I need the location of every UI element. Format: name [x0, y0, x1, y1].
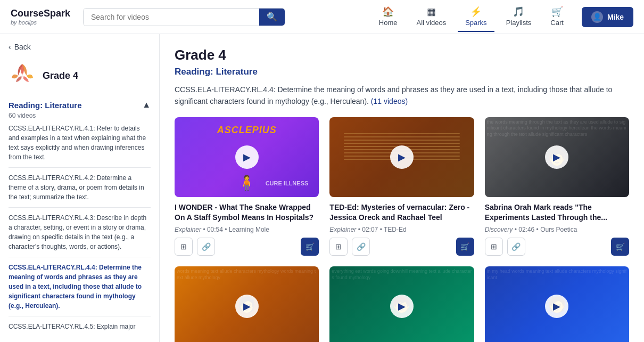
all-videos-icon: ▦	[427, 6, 436, 18]
video-actions: ⊞ 🔗 🛒	[485, 238, 629, 256]
app-byline: by boclips	[11, 19, 75, 26]
user-avatar-icon: 👤	[591, 11, 603, 23]
add-to-cart-button[interactable]: 🛒	[611, 238, 629, 256]
play-button[interactable]: ▶	[235, 295, 259, 318]
video-meta: Explainer • 00:54 • Learning Mole	[175, 226, 319, 233]
user-name: Mike	[607, 13, 624, 21]
video-thumbnail[interactable]: ASCLEPIUS 🧍 CURE ILLNESS ▶	[175, 117, 319, 197]
thumb-figure: 🧍	[237, 174, 256, 192]
add-to-cart-button[interactable]: 🛒	[456, 238, 474, 256]
thumb-subtitle: CURE ILLNESS	[266, 180, 309, 186]
search-input[interactable]	[84, 9, 259, 26]
video-thumbnail[interactable]: the words meaning through the text as th…	[485, 117, 629, 197]
nav-label-all-videos: All videos	[417, 19, 447, 27]
nav-item-sparks[interactable]: ⚡ Sparks	[458, 2, 494, 32]
video-card: in my head words meaning text allude cha…	[485, 266, 629, 342]
add-to-cart-button[interactable]: 🛒	[301, 238, 319, 256]
nav-label-sparks: Sparks	[465, 19, 486, 27]
back-button[interactable]: ‹ Back	[9, 43, 151, 51]
video-title: Sabrina Orah Mark reads "The Experiments…	[485, 202, 629, 223]
playlist-button[interactable]: ⊞	[485, 238, 503, 256]
nav-label-home: Home	[379, 19, 398, 27]
video-card: everything eat words going downhill mean…	[329, 266, 474, 342]
sidebar-section-title: Reading: Literature	[9, 101, 82, 110]
video-actions: ⊞ 🔗 🛒	[175, 238, 319, 256]
back-chevron-icon: ‹	[9, 43, 11, 51]
sidebar-grade: Grade 4	[9, 62, 151, 89]
video-thumbnail[interactable]: everything eat words going downhill mean…	[329, 266, 474, 342]
sidebar-standard-rl4-1[interactable]: CCSS.ELA-LITERACY.RL.4.1: Refer to detai…	[9, 124, 151, 162]
play-button[interactable]: ▶	[545, 145, 568, 169]
main-nav: 🏠 Home ▦ All videos ⚡ Sparks 🎵 Playlists…	[371, 2, 633, 32]
link-button[interactable]: 🔗	[507, 238, 525, 256]
video-actions: ⊞ 🔗 🛒	[329, 238, 474, 256]
section-title: Reading: Literature	[175, 67, 629, 77]
video-count-link[interactable]: (11 videos)	[371, 97, 408, 105]
nav-item-home[interactable]: 🏠 Home	[371, 2, 405, 32]
video-meta: Explainer • 02:07 • TED-Ed	[329, 226, 474, 233]
search-bar: 🔍	[83, 8, 285, 26]
video-thumbnail[interactable]: words meaning text allude characters myt…	[175, 266, 319, 342]
play-button[interactable]: ▶	[545, 295, 568, 318]
divider	[9, 316, 151, 316]
header: CourseSpark by boclips 🔍 🏠 Home ▦ All vi…	[0, 0, 644, 34]
content-area: Grade 4 Reading: Literature CCSS.ELA-LIT…	[160, 34, 644, 342]
sidebar-collapse-icon[interactable]: ▲	[142, 100, 151, 110]
sidebar: ‹ Back Grade 4 Readi	[0, 34, 160, 342]
video-card: ▶ TED-Ed: Mysteries of vernacular: Zero …	[329, 117, 474, 256]
sidebar-section: Reading: Literature ▲ 60 videos CCSS.ELA…	[9, 100, 151, 331]
video-thumbnail[interactable]: ▶	[329, 117, 474, 197]
nav-item-playlists[interactable]: 🎵 Playlists	[499, 2, 539, 32]
video-thumbnail[interactable]: in my head words meaning text allude cha…	[485, 266, 629, 342]
playlists-icon: 🎵	[513, 6, 524, 18]
sidebar-standard-rl4-3[interactable]: CCSS.ELA-LITERACY.RL.4.3: Describe in de…	[9, 213, 151, 251]
nav-item-cart[interactable]: 🛒 Cart	[543, 2, 571, 32]
search-button[interactable]: 🔍	[259, 9, 285, 26]
link-button[interactable]: 🔗	[197, 238, 215, 256]
page-title: Grade 4	[175, 47, 629, 63]
sidebar-section-count: 60 videos	[9, 112, 151, 119]
sidebar-standard-rl4-2[interactable]: CCSS.ELA-LITERACY.RL.4.2: Determine a th…	[9, 173, 151, 202]
nav-label-cart: Cart	[550, 19, 564, 27]
sidebar-standard-rl4-4[interactable]: CCSS.ELA-LITERACY.RL.4.4: Determine the …	[9, 263, 151, 311]
user-button[interactable]: 👤 Mike	[582, 7, 633, 27]
video-card: words meaning text allude characters myt…	[175, 266, 319, 342]
home-icon: 🏠	[382, 6, 394, 18]
grade-icon	[9, 62, 36, 89]
video-card: ASCLEPIUS 🧍 CURE ILLNESS ▶ I WONDER - Wh…	[175, 117, 319, 256]
nav-label-playlists: Playlists	[506, 19, 532, 27]
sidebar-section-header: Reading: Literature ▲	[9, 100, 151, 110]
link-button[interactable]: 🔗	[352, 238, 370, 256]
play-button[interactable]: ▶	[390, 295, 414, 318]
video-title: I WONDER - What The Snake Wrapped On A S…	[175, 202, 319, 223]
play-button[interactable]: ▶	[235, 145, 259, 169]
logo: CourseSpark by boclips	[11, 8, 75, 26]
search-icon: 🔍	[267, 12, 277, 21]
playlist-button[interactable]: ⊞	[175, 238, 193, 256]
playlist-button[interactable]: ⊞	[329, 238, 348, 256]
sidebar-standard-rl4-5[interactable]: CCSS.ELA-LITERACY.RL.4.5: Explain major	[9, 322, 151, 331]
main-layout: ‹ Back Grade 4 Readi	[0, 34, 644, 342]
svg-point-1	[20, 74, 24, 78]
video-title: TED-Ed: Mysteries of vernacular: Zero - …	[329, 202, 474, 223]
video-meta: Discovery • 02:46 • Ours Poetica	[485, 226, 629, 233]
sidebar-grade-label: Grade 4	[43, 70, 78, 82]
nav-item-all-videos[interactable]: ▦ All videos	[409, 2, 454, 32]
cart-icon: 🛒	[551, 6, 563, 18]
video-grid: ASCLEPIUS 🧍 CURE ILLNESS ▶ I WONDER - Wh…	[175, 117, 629, 342]
standard-description: CCSS.ELA-LITERACY.RL.4.4: Determine the …	[175, 84, 629, 108]
divider	[9, 257, 151, 257]
divider	[9, 167, 151, 168]
thumb-title-overlay: ASCLEPIUS	[217, 125, 277, 136]
back-label: Back	[14, 43, 31, 51]
app-name: CourseSpark	[11, 8, 75, 19]
divider	[9, 207, 151, 208]
sparks-icon: ⚡	[470, 6, 482, 18]
play-button[interactable]: ▶	[390, 145, 414, 169]
video-card: the words meaning through the text as th…	[485, 117, 629, 256]
